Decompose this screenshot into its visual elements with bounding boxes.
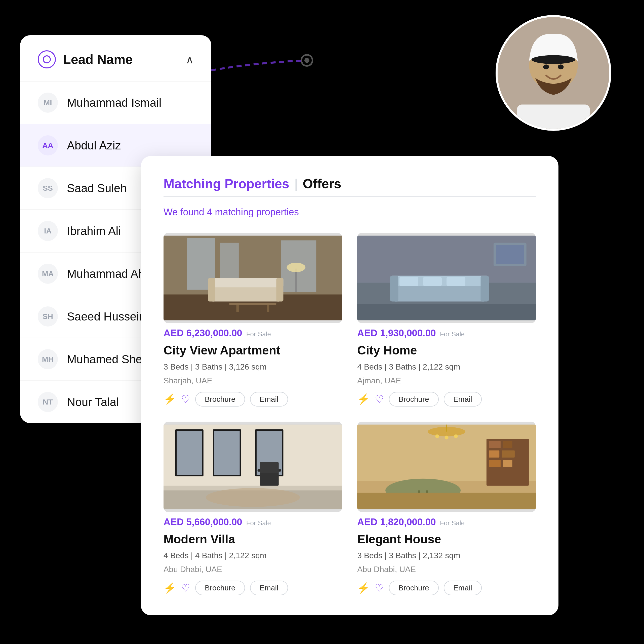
property-name: Modern Villa: [164, 532, 342, 547]
bolt-icon[interactable]: ⚡: [164, 582, 176, 594]
lead-avatar: NT: [38, 392, 58, 412]
email-button[interactable]: Email: [250, 392, 288, 407]
property-item: AED 5,660,000.00 For Sale Modern Villa 4…: [164, 422, 342, 595]
property-item: AED 6,230,000.00 For Sale City View Apar…: [164, 233, 342, 407]
svg-point-50: [206, 488, 300, 507]
svg-point-56: [445, 435, 449, 439]
property-location: Sharjah, UAE: [164, 376, 342, 385]
property-actions: ⚡ ♡ Brochure Email: [357, 581, 536, 595]
property-specs: 3 Beds | 3 Baths | 2,132 sqm: [357, 551, 536, 560]
bolt-icon[interactable]: ⚡: [164, 393, 176, 405]
svg-rect-20: [276, 278, 283, 301]
property-name: City View Apartment: [164, 343, 342, 358]
chevron-up-icon: ∧: [186, 53, 194, 66]
svg-rect-48: [260, 462, 279, 473]
bolt-icon[interactable]: ⚡: [357, 393, 370, 405]
svg-rect-59: [489, 441, 501, 448]
svg-rect-37: [496, 245, 524, 264]
brochure-button[interactable]: Brochure: [389, 392, 439, 407]
property-price-row: AED 1,930,000.00 For Sale: [357, 328, 536, 339]
svg-point-9: [301, 55, 312, 66]
property-location: Ajman, UAE: [357, 376, 536, 385]
svg-point-55: [435, 434, 439, 438]
property-price: AED 1,930,000.00: [357, 328, 436, 339]
lead-avatar: AA: [38, 135, 58, 155]
lead-avatar: SS: [38, 178, 58, 198]
lead-name-text: Ibrahim Ali: [67, 224, 121, 238]
lead-header-title: Lead Name: [63, 52, 179, 67]
email-button[interactable]: Email: [444, 392, 482, 407]
svg-rect-32: [399, 277, 418, 286]
lead-avatar: IA: [38, 221, 58, 241]
avatar-image: [498, 17, 609, 129]
property-sale-badge: For Sale: [246, 330, 271, 338]
tab-offers[interactable]: Offers: [303, 176, 341, 191]
lead-name-text: Muhammad Ismail: [67, 96, 162, 109]
property-item: AED 1,930,000.00 For Sale City Home 4 Be…: [357, 233, 536, 407]
property-image-city-home: [357, 233, 536, 323]
property-location: Abu Dhabi, UAE: [164, 565, 342, 574]
property-location: Abu Dhabi, UAE: [357, 565, 536, 574]
lead-avatar: SH: [38, 306, 58, 327]
svg-rect-35: [357, 304, 536, 320]
heart-icon[interactable]: ♡: [181, 582, 190, 594]
lead-avatar: MH: [38, 349, 58, 369]
property-image-elegant-house: [357, 422, 536, 512]
properties-tabs: Matching Properties | Offers: [164, 176, 536, 197]
property-sale-badge: For Sale: [440, 330, 465, 338]
svg-rect-22: [236, 305, 239, 312]
heart-icon[interactable]: ♡: [375, 582, 384, 594]
property-image-modern-villa: [164, 422, 342, 512]
svg-rect-18: [208, 278, 284, 287]
svg-point-3: [532, 55, 575, 64]
property-actions: ⚡ ♡ Brochure Email: [164, 392, 342, 407]
bolt-icon[interactable]: ⚡: [357, 582, 370, 594]
svg-rect-30: [390, 276, 398, 302]
svg-rect-24: [295, 269, 297, 292]
property-actions: ⚡ ♡ Brochure Email: [164, 581, 342, 595]
svg-point-25: [287, 263, 306, 272]
properties-card: Matching Properties | Offers We found 4 …: [141, 156, 558, 615]
lead-name-text: Saeed Hussein: [67, 310, 145, 323]
brochure-button[interactable]: Brochure: [389, 581, 439, 595]
tab-divider: |: [294, 176, 298, 191]
svg-rect-60: [503, 441, 512, 448]
svg-rect-31: [480, 276, 489, 302]
lead-name-text: Abdul Aziz: [67, 139, 121, 152]
email-button[interactable]: Email: [250, 581, 288, 595]
svg-point-4: [543, 64, 549, 69]
properties-grid: AED 6,230,000.00 For Sale City View Apar…: [164, 233, 536, 595]
lead-name-text: Saad Suleh: [67, 181, 127, 195]
svg-rect-6: [517, 104, 590, 129]
property-specs: 4 Beds | 4 Baths | 2,122 sqm: [164, 551, 342, 560]
svg-rect-47: [260, 471, 279, 486]
email-button[interactable]: Email: [444, 581, 482, 595]
heart-icon[interactable]: ♡: [375, 393, 384, 405]
svg-rect-62: [502, 450, 515, 457]
property-actions: ⚡ ♡ Brochure Email: [357, 392, 536, 407]
lead-item[interactable]: MI Muhammad Ismail: [20, 82, 211, 124]
lead-icon-inner: [43, 55, 51, 63]
lead-avatar: MI: [38, 93, 58, 113]
lead-icon: [38, 50, 56, 68]
properties-subtitle: We found 4 matching properties: [164, 207, 536, 218]
brochure-button[interactable]: Brochure: [195, 392, 245, 407]
tab-matching-properties[interactable]: Matching Properties: [164, 176, 289, 191]
property-name: City Home: [357, 343, 536, 358]
property-specs: 4 Beds | 3 Baths | 2,122 sqm: [357, 362, 536, 372]
svg-rect-33: [423, 277, 442, 286]
property-sale-badge: For Sale: [440, 519, 465, 527]
avatar-circle: [496, 15, 611, 131]
svg-rect-43: [214, 431, 240, 475]
lead-avatar: MA: [38, 264, 58, 284]
heart-icon[interactable]: ♡: [181, 393, 190, 405]
svg-rect-68: [357, 493, 536, 509]
property-price: AED 1,820,000.00: [357, 517, 436, 528]
svg-point-57: [454, 434, 458, 438]
property-specs: 3 Beds | 3 Baths | 3,126 sqm: [164, 362, 342, 372]
brochure-button[interactable]: Brochure: [195, 581, 245, 595]
svg-rect-21: [229, 303, 276, 305]
property-price-row: AED 6,230,000.00 For Sale: [164, 328, 342, 339]
svg-rect-64: [503, 460, 512, 467]
svg-rect-34: [447, 277, 465, 286]
